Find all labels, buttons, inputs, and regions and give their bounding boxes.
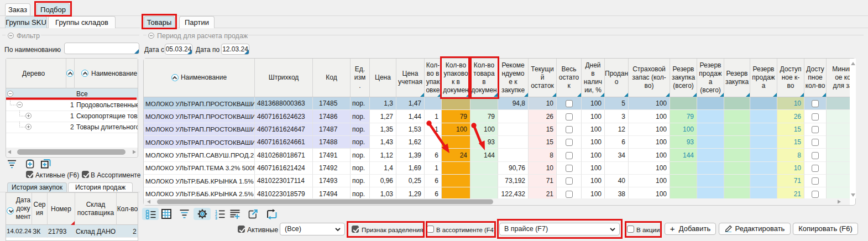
svg-text:3: 3 <box>215 216 217 220</box>
